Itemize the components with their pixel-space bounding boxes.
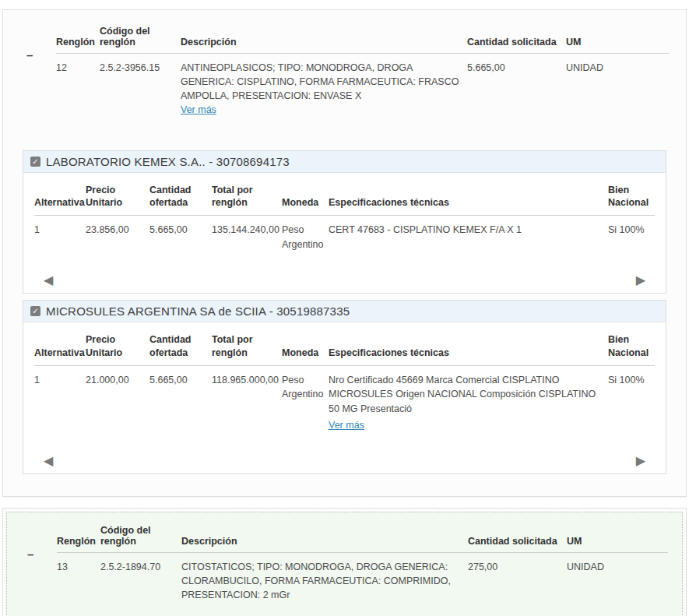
prev-arrow-icon[interactable]: ◀ [44,455,53,467]
column-header-precio-unitario: Precio Unitario [86,179,149,216]
offer-body: Alternativa Precio Unitario Cantidad ofe… [23,322,666,473]
cell-descripcion: CITOSTATICOS; TIPO: MONODROGA, DROGA GEN… [181,552,468,607]
offer-data-row: 1 23.856,00 5.665,00 135.144.240,00 Peso… [34,216,655,257]
column-header-um: UM [567,517,668,553]
column-header-alternativa: Alternativa [34,329,86,365]
cell-bien-nacional: Si 100% [608,365,655,438]
column-header-cantidad-ofertada: Cantidad ofertada [149,179,212,216]
cell-moneda: Peso Argentino [282,365,329,438]
column-header-precio-unitario: Precio Unitario [86,329,149,365]
cell-renglon: 13 [57,552,100,607]
prev-arrow-icon[interactable]: ◀ [44,274,53,287]
offer-table-header-row: Alternativa Precio Unitario Cantidad ofe… [34,329,655,365]
cell-cantidad-ofertada: 5.665,00 [149,216,212,257]
column-header-bien-nacional: Bien Nacional [608,329,655,365]
cell-cantidad-solicitada: 5.665,00 [467,54,566,122]
cell-total-por-renglon: 118.965.000,00 [212,365,282,438]
column-header-renglon: Renglón [56,18,100,54]
next-arrow-icon[interactable]: ▶ [636,455,645,467]
cell-moneda: Peso Argentino [282,216,329,257]
cell-descripcion: ANTINEOPLASICOS; TIPO: MONODROGA, DROGA … [181,54,467,122]
cell-renglon: 12 [56,54,100,122]
cell-codigo: 2.5.2-1894.70 [100,552,181,607]
column-header-codigo: Código del renglón [100,18,181,54]
cell-especificaciones: CERT 47683 - CISPLATINO KEMEX F/A X 1 [329,216,608,257]
vendor-title: MICROSULES ARGENTINA SA de SCIIA - 30519… [46,304,350,318]
offer-panel-microsules: ✓ MICROSULES ARGENTINA SA de SCIIA - 305… [23,300,666,474]
column-header-total-por-renglon: Total por renglón [212,329,282,365]
column-header-especificaciones: Especificaciones técnicas [329,329,608,365]
column-header-codigo: Código del renglón [100,517,181,553]
item-table-12: Renglón Código del renglón Descripción C… [56,18,669,122]
item-row-12: – Renglón Código del renglón Descripción… [20,18,669,122]
item-block-renglon-13: – Renglón Código del renglón Descripción… [2,508,687,616]
vendor-checkbox-icon[interactable]: ✓ [30,306,40,316]
ver-mas-link[interactable]: Ver más [181,104,216,115]
carousel-arrows: ◀ ▶ [34,257,655,293]
item-block-renglon-12: – Renglón Código del renglón Descripción… [2,9,687,497]
collapse-minus-icon[interactable]: – [26,51,33,59]
offer-panel-header: ✓ MICROSULES ARGENTINA SA de SCIIA - 305… [23,301,666,322]
collapse-minus-icon[interactable]: – [27,551,33,558]
cell-um: UNIDAD [567,552,668,607]
descripcion-text: ANTINEOPLASICOS; TIPO: MONODROGA, DROGA … [181,62,459,101]
column-header-total-por-renglon: Total por renglón [212,179,282,216]
collapse-gutter: – [21,517,57,607]
cell-codigo: 2.5.2-3956.15 [100,54,181,122]
cell-precio-unitario: 21.000,00 [86,365,149,438]
carousel-arrows: ◀ ▶ [34,438,655,473]
item-inset-12: – Renglón Código del renglón Descripción… [6,13,683,144]
offer-table-kemex: Alternativa Precio Unitario Cantidad ofe… [34,179,655,257]
column-header-renglon: Renglón [57,517,100,553]
column-header-cantidad-solicitada: Cantidad solicitada [467,18,566,54]
column-header-alternativa: Alternativa [34,179,86,216]
especificaciones-text: Nro Certificado 45669 Marca Comercial CI… [329,375,596,415]
column-header-bien-nacional: Bien Nacional [608,179,655,216]
cell-especificaciones: Nro Certificado 45669 Marca Comercial CI… [329,365,608,438]
column-header-cantidad-solicitada: Cantidad solicitada [468,517,567,553]
item-row-13: – Renglón Código del renglón Descripción… [21,517,668,607]
column-header-um: UM [566,18,669,54]
offer-table-header-row: Alternativa Precio Unitario Cantidad ofe… [34,179,655,216]
page: – Renglón Código del renglón Descripción… [0,0,689,616]
collapse-gutter: – [20,18,56,122]
cell-bien-nacional: Si 100% [608,216,655,257]
item-table-header-row: Renglón Código del renglón Descripción C… [57,517,668,553]
cell-alternativa: 1 [34,216,86,257]
cell-alternativa: 1 [34,365,86,438]
item-table-header-row: Renglón Código del renglón Descripción C… [56,18,669,54]
column-header-especificaciones: Especificaciones técnicas [329,179,608,216]
ver-mas-link[interactable]: Ver más [329,418,364,433]
column-header-moneda: Moneda [282,329,329,365]
cell-precio-unitario: 23.856,00 [86,216,149,257]
cell-total-por-renglon: 135.144.240,00 [212,216,282,257]
cell-cantidad-solicitada: 275,00 [468,552,567,607]
vendor-title: LABORATORIO KEMEX S.A.. - 30708694173 [46,155,290,168]
column-header-descripcion: Descripción [181,517,468,553]
offer-body: Alternativa Precio Unitario Cantidad ofe… [23,173,666,293]
item-data-row: 12 2.5.2-3956.15 ANTINEOPLASICOS; TIPO: … [56,54,669,122]
offer-data-row: 1 21.000,00 5.665,00 118.965.000,00 Peso… [34,365,655,438]
column-header-moneda: Moneda [282,179,329,216]
cell-cantidad-ofertada: 5.665,00 [149,365,212,438]
column-header-descripcion: Descripción [181,18,467,54]
cell-um: UNIDAD [566,54,669,122]
item-table-13: Renglón Código del renglón Descripción C… [57,517,668,607]
offer-panel-kemex: ✓ LABORATORIO KEMEX S.A.. - 30708694173 … [23,150,666,294]
column-header-cantidad-ofertada: Cantidad ofertada [149,329,212,365]
vendor-checkbox-icon[interactable]: ✓ [30,157,40,167]
offer-panel-header: ✓ LABORATORIO KEMEX S.A.. - 30708694173 [23,151,666,173]
next-arrow-icon[interactable]: ▶ [636,274,645,287]
offer-table-microsules: Alternativa Precio Unitario Cantidad ofe… [34,329,655,438]
item-data-row: 13 2.5.2-1894.70 CITOSTATICOS; TIPO: MON… [57,552,668,607]
item-inset-13-highlighted: – Renglón Código del renglón Descripción… [6,512,683,616]
